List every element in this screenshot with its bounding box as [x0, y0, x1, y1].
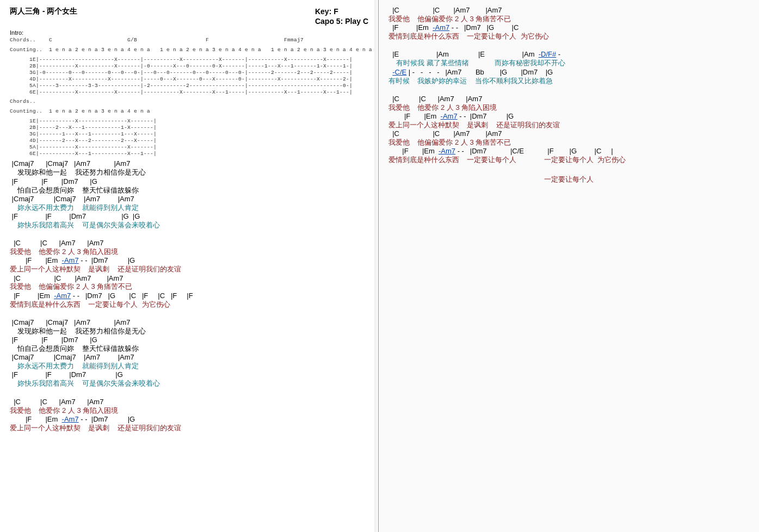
chord-line: |F |Em -Am7 - - |Dm7 |G: [388, 113, 749, 121]
chord-link[interactable]: -Am7: [441, 112, 458, 120]
key-capo: Key: F Capo 5: Play C: [315, 7, 368, 26]
verse-2: |Cmaj7 |Cmaj7 |Am7 |Am7 发现妳和他一起 我还努力相信你是…: [10, 319, 368, 388]
lyric-line: 爱情到底是种什么东西 一定要让每个人 为它伤心: [10, 300, 368, 309]
line-pair: |Cmaj7 |Cmaj7 |Am7 |Am7 发现妳和他一起 我还努力相信你是…: [10, 319, 368, 336]
line-pair: |C |C |Am7 |Am7我爱他 他偏偏爱你 2 人 3 角痛苦不已: [10, 275, 368, 292]
key-label: Key: F: [315, 7, 368, 16]
lyric-line: 我爱他 他偏偏爱你 2 人 3 角痛苦不已: [388, 138, 749, 147]
lyric-line: 发现妳和他一起 我还努力相信你是无心: [10, 327, 368, 336]
chord-link[interactable]: -Am7: [62, 256, 79, 264]
line-pair: |Cmaj7 |Cmaj7 |Am7 |Am7 妳永远不用太费力 就能得到别人肯…: [10, 354, 368, 370]
line-pair: |C |C |Am7 |Am7我爱他 他爱你 2 人 3 角陷入困境: [10, 398, 368, 415]
chord-link[interactable]: -C/E: [392, 68, 406, 76]
line-pair: |Cmaj7 |Cmaj7 |Am7 |Am7 妳永远不用太费力 就能得到别人肯…: [10, 195, 368, 212]
lyric-line: 妳快乐我陪着高兴 可是偶尔失落会来咬着心: [10, 221, 368, 230]
line-pair: |F |F |Dm7 |G |G 妳快乐我陪着高兴 可是偶尔失落会来咬着心: [10, 213, 368, 230]
lyric-line: 爱上同一个人这种默契 是讽刺 还是证明我们的友谊: [10, 424, 368, 432]
chord-line: |C |C |Am7 |Am7: [10, 398, 368, 406]
chorus-3: |C |C |Am7 |Am7我爱他 他爱你 2 人 3 角陷入困境 |F |E…: [388, 95, 749, 165]
chord-line: |Cmaj7 |Cmaj7 |Am7 |Am7: [10, 160, 368, 168]
lyric-line: 发现妳和他一起 我还努力相信你是无心: [10, 168, 368, 177]
line-pair: |F |F |Dm7 |G 怕自己会想质问妳 整天忙碌借故躲你: [10, 178, 368, 195]
chord-line: |E |Am |E |Am -D/F# -: [388, 51, 749, 59]
lyric-line: 我爱他 他爱你 2 人 3 角陷入困境: [10, 248, 368, 256]
chord-link[interactable]: -Am7: [433, 23, 449, 32]
lyric-line: 妳快乐我陪着高兴 可是偶尔失落会来咬着心: [10, 379, 368, 388]
chord-line: |C |C |Am7 |Am7: [10, 275, 368, 283]
lyric-line: 有时候 我嫉妒妳的幸运 当你不顺利我又比妳着急: [388, 77, 749, 85]
line-pair: |C |C |Am7 |Am7我爱他 他偏偏爱你 2 人 3 角痛苦不已: [388, 130, 749, 147]
capo-label: Capo 5: Play C: [315, 16, 368, 26]
intro2-count-row: Counting.. 1 e n a 2 e n a 3 e n a 4 e n…: [10, 108, 368, 115]
left-column: 两人三角 - 两个女生 Key: F Capo 5: Play C Intro:…: [0, 0, 379, 532]
intro2-tab: 1E|-----------X---------------X-------| …: [10, 118, 368, 157]
lyric-line: 爱上同一个人这种默契 是讽刺 还是证明我们的友谊: [388, 121, 749, 129]
intro-label: Intro:: [10, 29, 368, 36]
line-pair: |F |F |Dm7 |G 妳快乐我陪着高兴 可是偶尔失落会来咬着心: [10, 371, 368, 388]
line-pair: |E |Am |E |Am -D/F# - 有时候我 藏了某些情绪 而妳有秘密我…: [388, 51, 749, 67]
line-pair: |F |Em -Am7 - - |Dm7 |G爱上同一个人这种默契 是讽刺 还是…: [10, 257, 368, 274]
chord-line: |C |C |Am7 |Am7: [388, 7, 749, 15]
chord-link[interactable]: -Am7: [54, 292, 71, 300]
line-pair: |F |Em -Am7 - - |Dm7 |G |C爱情到底是种什么东西 一定要…: [388, 24, 749, 41]
outro-line: 一定要让每个人: [388, 175, 749, 184]
line-pair: -C/E | - - - - |Am7 Bb |G |Dm7 |G有时候 我嫉妒…: [388, 69, 749, 85]
chord-line: |F |F |Dm7 |G |G: [10, 213, 368, 221]
line-pair: |C |C |Am7 |Am7我爱他 他爱你 2 人 3 角陷入困境: [388, 95, 749, 112]
chord-line: |F |Em -Am7 - - |Dm7 |G: [10, 257, 368, 265]
chord-line: -C/E | - - - - |Am7 Bb |G |Dm7 |G: [388, 69, 749, 77]
lyric-line: 有时候我 藏了某些情绪 而妳有秘密我却不开心: [388, 59, 749, 67]
header: 两人三角 - 两个女生 Key: F Capo 5: Play C: [10, 7, 368, 26]
intro-tab: 1E|-----------------------X-------|-----…: [10, 57, 368, 95]
chord-line: |F |Em -Am7 - - |Dm7 |G |C: [388, 24, 749, 32]
line-pair: |Cmaj7 |Cmaj7 |Am7 |Am7 发现妳和他一起 我还努力相信你是…: [10, 160, 368, 177]
chord-link[interactable]: -D/F#: [539, 50, 557, 58]
chord-line: |F |F |Dm7 |G: [10, 336, 368, 344]
chord-link[interactable]: -Am7: [439, 147, 455, 155]
verse-1: |Cmaj7 |Cmaj7 |Am7 |Am7 发现妳和他一起 我还努力相信你是…: [10, 160, 368, 230]
chord-line: |Cmaj7 |Cmaj7 |Am7 |Am7: [10, 195, 368, 203]
line-pair: |F |Em -Am7 - - |Dm7 |G爱上同一个人这种默契 是讽刺 还是…: [388, 113, 749, 129]
lyric-line: 妳永远不用太费力 就能得到别人肯定: [10, 362, 368, 370]
chord-line: |C |C |Am7 |Am7: [388, 95, 749, 103]
song-title: 两人三角 - 两个女生: [10, 7, 77, 16]
line-pair: |C |C |Am7 |Am7我爱他 他偏偏爱你 2 人 3 角痛苦不已: [388, 7, 749, 23]
chord-link[interactable]: -Am7: [62, 415, 79, 423]
chord-line: |F |Em -Am7 - - |Dm7 |G: [10, 416, 368, 424]
bridge: |E |Am |E |Am -D/F# - 有时候我 藏了某些情绪 而妳有秘密我…: [388, 51, 749, 85]
chord-line: |F |F |Dm7 |G: [10, 371, 368, 379]
intro2-chord-row: Chords..: [10, 98, 368, 105]
right-column: |C |C |Am7 |Am7我爱他 他偏偏爱你 2 人 3 角痛苦不已 |F …: [379, 0, 759, 532]
intro-count-row: Counting.. 1 e n a 2 e n a 3 e n a 4 e n…: [10, 47, 368, 53]
lyric-line: 爱情到底是种什么东西 一定要让每个人 为它伤心: [388, 32, 749, 41]
chord-line: |F |Em -Am7 - - |Dm7 |C/E |F |G |C |: [388, 147, 749, 156]
intro-chord-row: Chords.. C G/B F Fmmaj7: [10, 37, 368, 44]
line-pair: |F |Em -Am7 - - |Dm7 |C/E |F |G |C |爱情到底…: [388, 147, 749, 164]
chorus-2: |C |C |Am7 |Am7我爱他 他爱你 2 人 3 角陷入困境 |F |E…: [10, 398, 368, 432]
chord-line: |F |F |Dm7 |G: [10, 178, 368, 186]
chord-line: |C |C |Am7 |Am7: [388, 130, 749, 138]
chord-line: |C |C |Am7 |Am7: [10, 239, 368, 248]
lyric-line: 爱上同一个人这种默契 是讽刺 还是证明我们的友谊: [10, 265, 368, 274]
chord-line: |F |Em -Am7 - - |Dm7 |G |C |F |C |F |F: [10, 292, 368, 300]
line-pair: |F |Em -Am7 - - |Dm7 |G爱上同一个人这种默契 是讽刺 还是…: [10, 416, 368, 432]
lyric-line: 我爱他 他爱你 2 人 3 角陷入困境: [388, 103, 749, 112]
two-column-layout: 两人三角 - 两个女生 Key: F Capo 5: Play C Intro:…: [0, 0, 759, 532]
chorus-1: |C |C |Am7 |Am7我爱他 他爱你 2 人 3 角陷入困境 |F |E…: [10, 239, 368, 309]
line-pair: |C |C |Am7 |Am7我爱他 他爱你 2 人 3 角陷入困境: [10, 239, 368, 256]
chord-line: |Cmaj7 |Cmaj7 |Am7 |Am7: [10, 319, 368, 327]
lyric-line: 我爱他 他偏偏爱你 2 人 3 角痛苦不已: [10, 282, 368, 291]
line-pair: |F |Em -Am7 - - |Dm7 |G |C |F |C |F |F爱情…: [10, 292, 368, 309]
lyric-line: 我爱他 他爱你 2 人 3 角陷入困境: [10, 406, 368, 415]
lyric-line: 妳永远不用太费力 就能得到别人肯定: [10, 203, 368, 212]
lyric-line: 爱情到底是种什么东西 一定要让每个人 一定要让每个人 为它伤心: [388, 156, 749, 164]
chord-line: |Cmaj7 |Cmaj7 |Am7 |Am7: [10, 354, 368, 362]
lyric-line: 我爱他 他偏偏爱你 2 人 3 角痛苦不已: [388, 15, 749, 23]
chorus-2-cont: |C |C |Am7 |Am7我爱他 他偏偏爱你 2 人 3 角痛苦不已 |F …: [388, 7, 749, 41]
lyric-line: 怕自己会想质问妳 整天忙碌借故躲你: [10, 186, 368, 195]
lyric-line: 怕自己会想质问妳 整天忙碌借故躲你: [10, 344, 368, 353]
line-pair: |F |F |Dm7 |G 怕自己会想质问妳 整天忙碌借故躲你: [10, 336, 368, 353]
